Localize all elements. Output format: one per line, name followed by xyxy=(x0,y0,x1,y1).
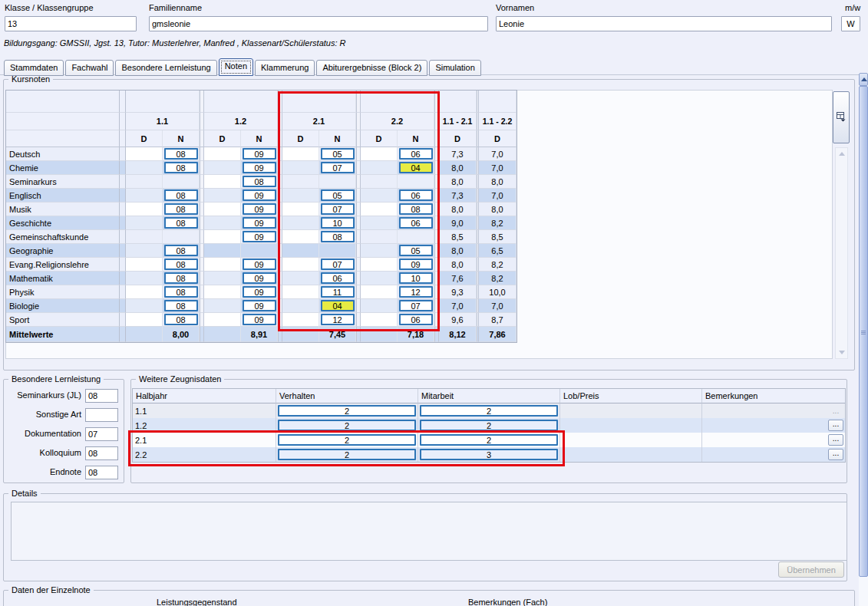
noten-window: Klasse / Klassengruppe Familienname Vorn… xyxy=(0,0,868,606)
details-textarea[interactable] xyxy=(11,502,847,561)
klasse-input[interactable] xyxy=(5,16,137,31)
grade-cell[interactable]: 09 xyxy=(243,189,276,201)
grade-cell[interactable]: 08 xyxy=(164,272,198,284)
grade-cell[interactable]: 06 xyxy=(399,314,433,325)
scrollbar-up-button[interactable] xyxy=(859,73,868,86)
grade-d-cell xyxy=(204,285,241,299)
verhalten-grade-cell[interactable]: 2 xyxy=(278,449,416,460)
grade-cell[interactable]: 06 xyxy=(399,148,433,160)
header-gap xyxy=(120,113,126,130)
grade-n-cell: 10 xyxy=(319,216,356,230)
grade-cell[interactable]: 06 xyxy=(399,189,433,201)
grade-cell[interactable]: 08 xyxy=(164,259,198,270)
grade-d-cell xyxy=(204,216,241,230)
vornamen-input[interactable] xyxy=(496,16,832,31)
grade-cell[interactable]: 09 xyxy=(243,314,276,325)
uebernehmen-button[interactable]: Übernehmen xyxy=(778,562,844,578)
tab-simulation[interactable]: Simulation xyxy=(429,60,480,76)
bll-kolloquium-input[interactable] xyxy=(85,446,118,460)
bemerkungen-ellipsis-button[interactable]: ... xyxy=(828,420,843,431)
grade-cell[interactable]: 09 xyxy=(243,231,276,242)
window-scrollbar[interactable] xyxy=(859,73,868,606)
grade-cell[interactable]: 08 xyxy=(164,189,198,201)
grade-cell[interactable]: 07 xyxy=(399,300,433,311)
wz-verhalten-cell: 2 xyxy=(276,403,417,418)
bemerkungen-ellipsis-button[interactable]: ... xyxy=(828,434,843,446)
grade-cell[interactable]: 08 xyxy=(164,203,198,215)
mw-input[interactable] xyxy=(841,16,860,31)
grade-cell[interactable]: 08 xyxy=(321,231,355,242)
tab-klammerung[interactable]: Klammerung xyxy=(255,60,315,76)
grade-cell[interactable]: 09 xyxy=(243,203,276,215)
grade-d-cell xyxy=(126,203,163,216)
wz-mitarbeit-cell: 3 xyxy=(417,447,559,462)
grade-n-cell xyxy=(319,175,356,189)
grade-n-cell: 09 xyxy=(241,299,278,313)
grade-cell[interactable]: 08 xyxy=(164,314,198,325)
grade-n-cell: 05 xyxy=(398,244,434,258)
scrollbar-thumb[interactable] xyxy=(859,86,868,577)
mitarbeit-grade-cell[interactable]: 2 xyxy=(420,434,558,446)
bemerkungen-ellipsis-button[interactable]: ... xyxy=(828,449,843,460)
bll-endnote-input[interactable] xyxy=(85,466,118,479)
grade-cell[interactable]: 05 xyxy=(321,148,355,160)
grade-n-cell: 10 xyxy=(398,272,434,285)
grade-n-cell: 09 xyxy=(241,147,278,161)
grade-cell[interactable]: 08 xyxy=(164,162,198,173)
grade-cell[interactable]: 10 xyxy=(399,272,433,284)
grade-cell[interactable]: 09 xyxy=(243,300,276,311)
grade-cell[interactable]: 08 xyxy=(164,148,198,160)
grade-cell[interactable]: 09 xyxy=(243,148,276,160)
grade-cell[interactable]: 08 xyxy=(164,217,198,229)
grade-d-cell xyxy=(126,230,163,244)
grade-cell[interactable]: 05 xyxy=(321,189,355,201)
column-header-n: N xyxy=(398,130,434,147)
grade-d-cell xyxy=(126,147,163,161)
tab-abiturergebnisse-block-2-[interactable]: Abiturergebnisse (Block 2) xyxy=(316,60,427,76)
grade-cell[interactable]: 09 xyxy=(243,259,276,270)
bll-seminarkurs-jl--input[interactable] xyxy=(85,389,118,403)
mitarbeit-grade-cell[interactable]: 3 xyxy=(420,449,558,460)
mitarbeit-grade-cell[interactable]: 2 xyxy=(420,405,558,417)
grade-cell[interactable]: 09 xyxy=(399,259,433,270)
verhalten-grade-cell[interactable]: 2 xyxy=(278,434,416,446)
grade-cell[interactable]: 07 xyxy=(321,162,355,173)
mitarbeit-grade-cell[interactable]: 2 xyxy=(420,420,558,431)
grade-n-cell: 09 xyxy=(241,313,278,327)
grade-cell[interactable]: 07 xyxy=(321,203,355,215)
tab-besondere-lernleistung[interactable]: Besondere Lernleistung xyxy=(115,60,216,76)
familienname-input[interactable] xyxy=(149,16,488,31)
grade-cell[interactable]: 07 xyxy=(321,259,355,270)
tab-stammdaten[interactable]: Stammdaten xyxy=(4,60,64,76)
grade-cell[interactable]: 06 xyxy=(399,217,433,229)
kursnoten-scrollbar[interactable] xyxy=(835,147,848,359)
grade-cell[interactable]: 05 xyxy=(399,245,433,256)
grade-cell[interactable]: 06 xyxy=(321,272,355,284)
grade-cell[interactable]: 11 xyxy=(321,286,355,298)
average-cell: 8,5 xyxy=(479,230,517,244)
grade-cell[interactable]: 04 xyxy=(321,300,355,311)
grade-cell[interactable]: 09 xyxy=(243,286,276,298)
grade-cell[interactable]: 08 xyxy=(399,203,433,215)
column-chooser-button[interactable] xyxy=(833,91,850,143)
grade-n-cell: 08 xyxy=(163,147,200,161)
grade-cell[interactable]: 08 xyxy=(164,245,198,256)
grade-cell[interactable]: 04 xyxy=(399,162,433,173)
tab-fachwahl[interactable]: Fachwahl xyxy=(65,60,114,76)
grade-cell[interactable]: 08 xyxy=(243,176,276,187)
grade-cell[interactable]: 12 xyxy=(399,286,433,298)
grade-cell[interactable]: 08 xyxy=(164,286,198,298)
bll-dokumentation-input[interactable] xyxy=(85,427,118,441)
grade-cell[interactable]: 09 xyxy=(243,162,276,173)
grade-cell[interactable]: 08 xyxy=(164,300,198,311)
grade-cell[interactable]: 12 xyxy=(321,314,355,325)
grade-n-cell: 06 xyxy=(398,189,434,203)
grade-cell[interactable]: 10 xyxy=(321,217,355,229)
bll-sonstige-art-input[interactable] xyxy=(85,408,118,422)
tab-noten[interactable]: Noten xyxy=(219,58,253,76)
verhalten-grade-cell[interactable]: 2 xyxy=(278,405,416,417)
grade-d-cell xyxy=(126,189,163,203)
grade-cell[interactable]: 09 xyxy=(243,217,276,229)
verhalten-grade-cell[interactable]: 2 xyxy=(278,420,416,431)
grade-cell[interactable]: 09 xyxy=(243,272,276,284)
